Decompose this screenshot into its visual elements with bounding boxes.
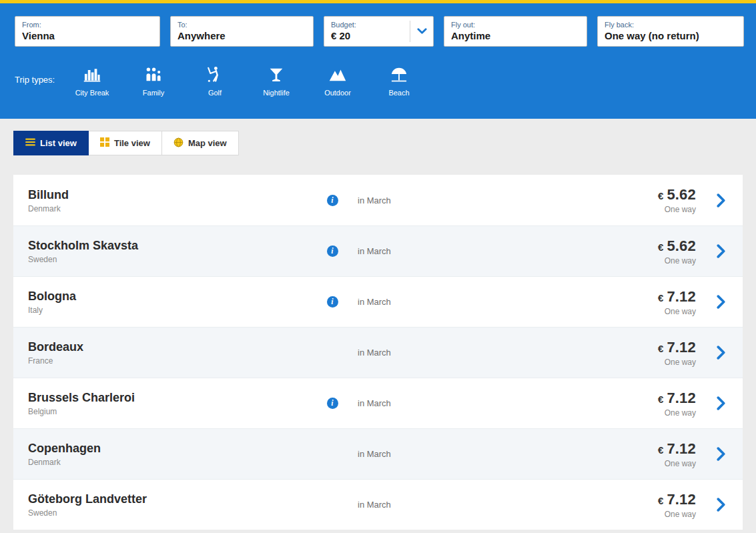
beach-umbrella-icon — [390, 64, 408, 84]
currency-symbol: € — [658, 241, 663, 253]
result-row-bordeaux[interactable]: Bordeaux France in March € 7.12 One way — [13, 327, 743, 378]
price-value: 5.62 — [667, 186, 696, 203]
family-icon — [144, 64, 163, 84]
tab-label: Tile view — [114, 138, 150, 148]
view-switcher: List view Tile view Map view — [13, 131, 239, 155]
fly-out-value: Anytime — [451, 30, 580, 42]
trip-type-label: Family — [143, 89, 164, 97]
info-icon[interactable]: i — [327, 195, 338, 206]
from-field[interactable]: From: Vienna — [15, 16, 160, 47]
destination-city: Stockholm Skavsta — [28, 238, 319, 253]
tab-label: List view — [40, 138, 77, 148]
travel-month: in March — [346, 246, 658, 256]
chevron-right-icon[interactable] — [696, 244, 728, 258]
tab-label: Map view — [188, 138, 227, 148]
currency-symbol: € — [658, 292, 663, 304]
from-label: From: — [22, 21, 153, 29]
city-break-icon — [83, 64, 101, 84]
from-value: Vienna — [22, 30, 153, 42]
trip-type-golf[interactable]: Golf — [184, 63, 246, 97]
chevron-right-icon[interactable] — [696, 193, 728, 207]
price-block: € 7.12 One way — [658, 440, 696, 468]
trip-types-row: Trip types: City Break — [15, 63, 744, 97]
tab-list-view[interactable]: List view — [13, 131, 89, 155]
fly-back-label: Fly back: — [605, 21, 737, 29]
chevron-right-icon[interactable] — [696, 447, 728, 461]
info-icon[interactable]: i — [327, 296, 338, 308]
trip-type-family[interactable]: Family — [123, 63, 184, 97]
price-block: € 7.12 One way — [658, 288, 696, 316]
trip-type-label: Nightlife — [263, 89, 290, 97]
to-value: Anywhere — [177, 30, 306, 42]
destination-country: Belgium — [28, 407, 319, 416]
price-block: € 7.12 One way — [658, 390, 696, 418]
destination-city: Bologna — [28, 289, 319, 304]
destination: Bologna Italy — [28, 289, 319, 315]
chevron-right-icon[interactable] — [696, 396, 728, 410]
fare-type: One way — [658, 510, 696, 519]
travel-month: in March — [346, 449, 658, 459]
trip-type-city-break[interactable]: City Break — [61, 63, 123, 97]
to-label: To: — [177, 21, 306, 29]
info-icon[interactable]: i — [327, 398, 338, 409]
destination: Billund Denmark — [28, 187, 319, 213]
trip-type-label: City Break — [75, 89, 109, 97]
globe-icon — [173, 137, 183, 149]
list-icon — [25, 138, 35, 148]
trip-type-list: City Break Family — [61, 63, 430, 97]
chevron-right-icon[interactable] — [696, 498, 728, 512]
travel-month: in March — [346, 348, 658, 358]
result-row-goteborg-landvetter[interactable]: Göteborg Landvetter Sweden in March € 7.… — [13, 479, 743, 530]
tab-tile-view[interactable]: Tile view — [89, 131, 162, 155]
result-row-stockholm-skavsta[interactable]: Stockholm Skavsta Sweden i in March € 5.… — [13, 225, 743, 276]
golf-icon — [206, 64, 224, 84]
info-icon[interactable]: i — [327, 245, 338, 257]
currency-symbol: € — [658, 343, 663, 354]
travel-month: in March — [346, 500, 658, 510]
result-row-copenhagen[interactable]: Copenhagen Denmark in March € 7.12 One w… — [13, 428, 743, 479]
trip-type-outdoor[interactable]: Outdoor — [307, 63, 368, 97]
chevron-down-icon[interactable] — [410, 17, 433, 46]
budget-field[interactable]: Budget: € 20 — [324, 16, 434, 47]
trip-type-nightlife[interactable]: Nightlife — [246, 63, 307, 97]
travel-month: in March — [346, 195, 658, 205]
trip-type-label: Beach — [388, 89, 409, 97]
price-value: 5.62 — [667, 237, 696, 255]
price-block: € 5.62 One way — [658, 237, 696, 265]
destination-country: Denmark — [28, 458, 319, 467]
tile-icon — [100, 137, 109, 149]
travel-month: in March — [346, 398, 658, 408]
destination-city: Copenhagen — [28, 441, 319, 456]
search-header: From: Vienna To: Anywhere Budget: € 20 F… — [0, 0, 756, 119]
destination: Bordeaux France — [28, 340, 319, 366]
fly-out-field[interactable]: Fly out: Anytime — [444, 16, 587, 47]
currency-symbol: € — [658, 495, 663, 506]
search-form: From: Vienna To: Anywhere Budget: € 20 F… — [15, 16, 744, 47]
result-row-brussels-charleroi[interactable]: Brussels Charleroi Belgium i in March € … — [13, 378, 743, 428]
destination-city: Billund — [28, 187, 319, 202]
trip-type-label: Golf — [208, 89, 222, 97]
destination: Stockholm Skavsta Sweden — [28, 238, 319, 264]
trip-type-beach[interactable]: Beach — [368, 63, 430, 97]
result-row-billund[interactable]: Billund Denmark i in March € 5.62 One wa… — [13, 175, 743, 225]
destination: Brussels Charleroi Belgium — [28, 390, 319, 416]
fare-type: One way — [658, 256, 696, 265]
tab-map-view[interactable]: Map view — [162, 131, 239, 155]
price-block: € 7.12 One way — [658, 491, 696, 519]
to-field[interactable]: To: Anywhere — [170, 16, 314, 47]
destination-country: Denmark — [28, 204, 319, 213]
result-row-bologna[interactable]: Bologna Italy i in March € 7.12 One way — [13, 276, 743, 327]
fly-back-field[interactable]: Fly back: One way (no return) — [597, 16, 744, 47]
trip-type-label: Outdoor — [324, 89, 351, 97]
outdoor-icon — [328, 64, 347, 84]
fly-out-label: Fly out: — [451, 21, 580, 29]
chevron-right-icon[interactable] — [696, 346, 728, 360]
chevron-right-icon[interactable] — [696, 295, 728, 309]
destination-city: Göteborg Landvetter — [28, 492, 319, 506]
fare-type: One way — [658, 307, 696, 316]
trip-types-label: Trip types: — [15, 75, 61, 85]
currency-symbol: € — [658, 444, 663, 456]
price-block: € 5.62 One way — [658, 186, 696, 214]
results-list: Billund Denmark i in March € 5.62 One wa… — [13, 175, 743, 530]
fare-type: One way — [658, 205, 696, 214]
